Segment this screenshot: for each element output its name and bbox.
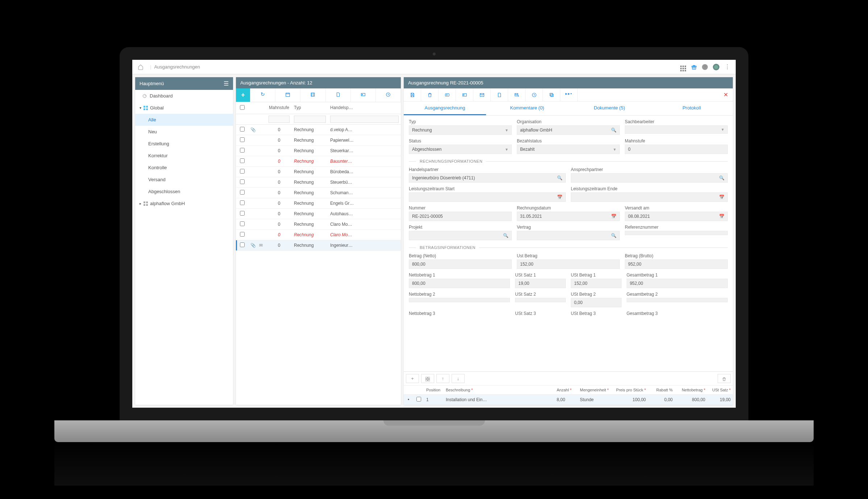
tab-docs[interactable]: Dokumente (5) <box>568 101 651 115</box>
pos-grid-button[interactable] <box>421 374 434 383</box>
menu-icon[interactable]: ☰ <box>224 80 229 87</box>
sidebar-item-erstellung[interactable]: Erstellung <box>135 138 233 150</box>
tab-comments[interactable]: Kommentare (0) <box>486 101 568 115</box>
refresh-button[interactable]: ↻ <box>250 88 275 102</box>
col-mahnstufe[interactable]: Mahnstufe <box>266 102 292 114</box>
save-button[interactable] <box>404 88 421 101</box>
list-row[interactable]: 0RechnungClaro Mo… <box>236 230 401 240</box>
list-row[interactable]: 0RechnungPapierwel… <box>236 135 401 146</box>
mahnstufe-field[interactable]: 0 <box>625 145 728 154</box>
projekt-lookup[interactable]: 🔍 <box>409 231 512 240</box>
mailout-button[interactable] <box>508 88 526 101</box>
col-handelspartner[interactable]: Handelsp… <box>328 102 401 114</box>
sidebar-item-abgeschlossen[interactable]: Abgeschlossen <box>135 186 233 197</box>
list-row[interactable]: 📎✉0RechnungIngenieur… <box>236 240 401 251</box>
gesamtbetrag2-field[interactable] <box>627 298 728 302</box>
row-checkbox[interactable] <box>240 169 245 174</box>
nav-dashboard[interactable]: Dashboard <box>135 90 233 102</box>
clock2-button[interactable] <box>526 88 543 101</box>
nummer-field[interactable]: RE-2021-00005 <box>409 212 512 221</box>
gesamtbetrag1-field[interactable]: 952,00 <box>627 279 728 288</box>
row-checkbox[interactable] <box>240 211 245 216</box>
tab-main[interactable]: Ausgangsrechnung <box>404 101 486 115</box>
col-typ[interactable]: Typ <box>292 102 328 114</box>
ustsatz2-field[interactable] <box>515 298 566 302</box>
vertrag-lookup[interactable]: 🔍 <box>517 231 620 240</box>
breadcrumb[interactable]: Ausgangsrechnungen <box>154 64 200 70</box>
ustsatz1-field[interactable]: 19,00 <box>515 279 566 288</box>
sachbearbeiter-select[interactable]: ▼ <box>625 125 728 134</box>
row-checkbox[interactable] <box>240 158 245 163</box>
pos-checkbox[interactable] <box>416 397 421 402</box>
ansprechpartner-lookup[interactable]: 🔍 <box>571 173 728 183</box>
list-row[interactable]: 0RechnungSteuerbü… <box>236 177 401 188</box>
document-button[interactable] <box>326 88 351 102</box>
referenz-field[interactable] <box>625 231 728 235</box>
pos-up-button[interactable]: ↑ <box>436 374 449 383</box>
sidebar-item-versand[interactable]: Versand <box>135 174 233 186</box>
list-row[interactable]: 📎0Rechnungd.velop A… <box>236 125 401 135</box>
delete-button[interactable] <box>421 88 439 101</box>
workflow-button[interactable]: ▸▸• <box>560 88 578 101</box>
ust-betrag-field[interactable]: 152,00 <box>517 259 620 269</box>
doc-button[interactable] <box>491 88 508 101</box>
card2-button[interactable] <box>456 88 473 101</box>
status-select[interactable]: Abgeschlossen▼ <box>409 145 512 154</box>
typ-select[interactable]: Rechnung▼ <box>409 125 512 135</box>
list-row[interactable]: 0RechnungSchuman… <box>236 188 401 198</box>
org-lookup[interactable]: alphaflow GmbH🔍 <box>517 125 620 135</box>
mail-button[interactable] <box>473 88 491 101</box>
bezahlstatus-select[interactable]: Bezahlt▼ <box>517 145 620 154</box>
ustbetrag1-field[interactable]: 152,00 <box>571 279 622 288</box>
copy-button[interactable] <box>543 88 560 101</box>
ustbetrag2-field[interactable]: 0,00 <box>571 298 622 307</box>
lzende-date[interactable]: 📅 <box>571 192 728 202</box>
row-checkbox[interactable] <box>240 190 245 195</box>
betrag-netto-field[interactable]: 800,00 <box>409 259 512 269</box>
nav-org[interactable]: ▸alphaflow GmbH <box>135 197 233 209</box>
list-row[interactable]: 0RechnungClaro Mo… <box>236 219 401 230</box>
sidebar-item-kontrolle[interactable]: Kontrolle <box>135 162 233 174</box>
betrag-brutto-field[interactable]: 952,00 <box>625 259 728 269</box>
nettobetrag1-field[interactable]: 800,00 <box>409 279 510 288</box>
gift-icon[interactable] <box>691 64 697 70</box>
sidebar-item-korrektur[interactable]: Korrektur <box>135 150 233 162</box>
list-row[interactable]: 0RechnungAutohaus… <box>236 209 401 219</box>
close-button[interactable]: ✕ <box>718 88 733 101</box>
card-button[interactable] <box>351 88 376 102</box>
rechnungsdatum-date[interactable]: 31.05.2021📅 <box>517 212 620 221</box>
pos-down-button[interactable]: ↓ <box>452 374 465 383</box>
nettobetrag2-field[interactable] <box>409 298 510 302</box>
back-button[interactable] <box>439 88 456 101</box>
row-checkbox[interactable] <box>240 137 245 142</box>
pos-add-button[interactable]: + <box>406 374 419 383</box>
filter-handelspartner[interactable] <box>330 116 399 123</box>
list-row[interactable]: 0RechnungBauunter… <box>236 156 401 167</box>
nav-global[interactable]: ▾Global <box>135 102 233 114</box>
clock-button[interactable] <box>376 88 401 102</box>
row-checkbox[interactable] <box>240 127 245 132</box>
pos-delete-button[interactable] <box>718 374 731 383</box>
sidebar-item-alle[interactable]: Alle <box>135 114 233 126</box>
calendar-button[interactable] <box>275 88 300 102</box>
row-checkbox[interactable] <box>240 148 245 153</box>
export-button[interactable] <box>300 88 325 102</box>
home-icon[interactable] <box>138 64 144 70</box>
tab-protocol[interactable]: Protokoll <box>651 101 733 115</box>
help-icon[interactable]: ? <box>702 64 708 70</box>
sidebar-item-neu[interactable]: Neu <box>135 126 233 138</box>
versandt-date[interactable]: 08.08.2021📅 <box>625 212 728 221</box>
filter-typ[interactable] <box>294 116 326 123</box>
row-checkbox[interactable] <box>240 200 245 205</box>
row-checkbox[interactable] <box>240 242 245 247</box>
add-button[interactable]: + <box>236 88 250 102</box>
apps-icon[interactable] <box>680 63 686 71</box>
row-checkbox[interactable] <box>240 179 245 184</box>
select-all-checkbox[interactable] <box>240 105 245 110</box>
row-checkbox[interactable] <box>240 232 245 237</box>
avatar[interactable] <box>713 64 719 70</box>
list-row[interactable]: 0RechnungEngels Gr… <box>236 198 401 209</box>
lzstart-date[interactable]: 📅 <box>409 192 566 202</box>
position-row[interactable]: •1Installation und Ein…8,00Stunde100,000… <box>404 395 733 405</box>
more-icon[interactable]: ⋮ <box>724 64 730 70</box>
